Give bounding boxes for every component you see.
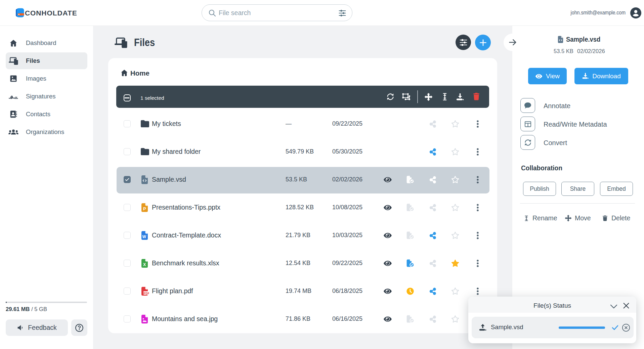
svg-text:P: P [143,206,146,211]
svg-text:X: X [143,262,146,267]
svg-text:W: W [142,234,146,239]
svg-text:PDF: PDF [144,292,149,295]
